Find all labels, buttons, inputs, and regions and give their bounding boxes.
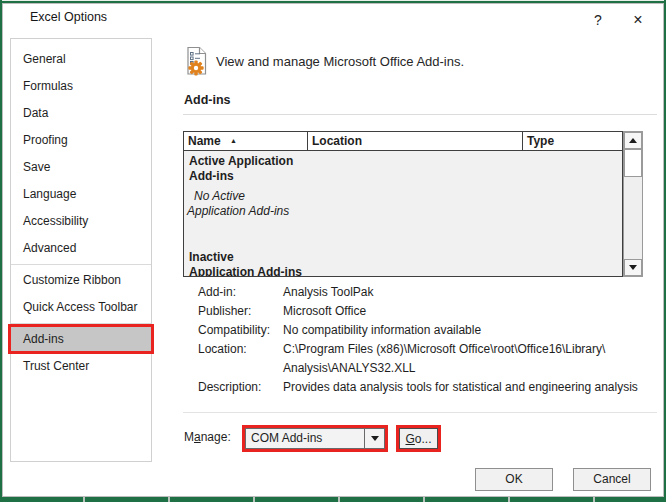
excel-window-left-edge [0, 0, 2, 502]
manage-dropdown[interactable]: COM Add-ins [245, 428, 385, 449]
manage-dropdown-arrow-button[interactable] [364, 429, 384, 448]
detail-value: No compatibility information available [283, 321, 481, 340]
ok-button[interactable]: OK [475, 468, 553, 491]
sidebar-item-add-ins[interactable]: Add-ins [11, 326, 151, 353]
sort-ascending-icon: ▲ [230, 137, 237, 144]
detail-label: Add-in: [198, 283, 283, 302]
cancel-button[interactable]: Cancel [573, 468, 651, 491]
table-scrollbar[interactable] [623, 131, 643, 277]
manage-dropdown-value: COM Add-ins [246, 429, 364, 448]
sidebar-divider [11, 323, 151, 324]
detail-row-location: Location: C:\Program Files (x86)\Microso… [198, 340, 653, 378]
sidebar-item-language[interactable]: Language [11, 181, 151, 208]
table-body: Active Application Add-ins No Active App… [183, 151, 623, 277]
manage-label: Manage: [184, 430, 231, 444]
add-ins-section-title: Add-ins [184, 93, 231, 107]
detail-label: Description: [198, 378, 283, 397]
column-label: Name [188, 134, 221, 148]
go-button-accel: G [405, 432, 414, 446]
sidebar-item-trust-center[interactable]: Trust Center [11, 353, 151, 380]
document-gear-icon [186, 46, 213, 77]
excel-window-bottom-edge [0, 497, 666, 502]
sidebar-item-quick-access-toolbar[interactable]: Quick Access Toolbar [11, 294, 151, 321]
detail-label: Publisher: [198, 302, 283, 321]
scrollbar-thumb[interactable] [624, 149, 642, 177]
column-header-name[interactable]: Name ▲ [183, 131, 308, 151]
manage-label-part: nage: [201, 430, 231, 444]
dialog-title: Excel Options [30, 10, 107, 24]
scroll-up-icon [629, 138, 637, 143]
close-button[interactable]: × [626, 8, 650, 32]
column-header-location[interactable]: Location [308, 131, 523, 151]
table-row-no-active[interactable]: No Active Application Add-ins [187, 189, 311, 219]
section-divider [183, 114, 657, 115]
detail-row-publisher: Publisher: Microsoft Office [198, 302, 653, 321]
annotation-box-manage-dropdown: COM Add-ins [242, 425, 388, 452]
detail-value: Provides data analysis tools for statist… [283, 378, 638, 397]
go-button[interactable]: Go... [399, 428, 438, 449]
table-row-group-inactive[interactable]: Inactive Application Add-ins [189, 250, 311, 277]
table-row-group-active[interactable]: Active Application Add-ins [189, 154, 311, 184]
manage-divider [183, 412, 657, 413]
manage-label-accel: a [194, 430, 201, 444]
sidebar-item-customize-ribbon[interactable]: Customize Ribbon [11, 267, 151, 294]
sidebar-item-general[interactable]: General [11, 46, 151, 73]
sidebar-item-label: Add-ins [23, 332, 64, 346]
options-sidebar: General Formulas Data Proofing Save Lang… [10, 38, 152, 462]
detail-row-addin: Add-in: Analysis ToolPak [198, 283, 653, 302]
excel-options-dialog: Excel Options ? × General Formulas Data … [0, 0, 666, 502]
detail-value: Analysis ToolPak [283, 283, 374, 302]
sidebar-item-advanced[interactable]: Advanced [11, 235, 151, 262]
help-button[interactable]: ? [586, 8, 610, 32]
add-ins-page-icon [186, 46, 213, 80]
sidebar-item-accessibility[interactable]: Accessibility [11, 208, 151, 235]
excel-window-top-edge [0, 0, 666, 3]
scroll-up-button[interactable] [624, 132, 642, 149]
scroll-down-button[interactable] [624, 259, 642, 276]
help-icon: ? [594, 12, 602, 28]
close-icon: × [633, 11, 642, 28]
go-button-label: o... [415, 432, 432, 446]
detail-label: Location: [198, 340, 283, 378]
add-in-details: Add-in: Analysis ToolPak Publisher: Micr… [198, 283, 653, 397]
detail-row-compatibility: Compatibility: No compatibility informat… [198, 321, 653, 340]
page-description: View and manage Microsoft Office Add-ins… [216, 54, 464, 69]
sidebar-item-formulas[interactable]: Formulas [11, 73, 151, 100]
chevron-down-icon [371, 436, 379, 441]
manage-label-part: M [184, 430, 194, 444]
add-ins-table: Name ▲ Location Type Active Application … [183, 131, 643, 277]
scroll-down-icon [629, 265, 637, 270]
detail-label: Compatibility: [198, 321, 283, 340]
detail-value: C:\Program Files (x86)\Microsoft Office\… [283, 340, 605, 378]
table-header: Name ▲ Location Type [183, 131, 623, 151]
sidebar-item-proofing[interactable]: Proofing [11, 127, 151, 154]
sidebar-item-save[interactable]: Save [11, 154, 151, 181]
detail-value: Microsoft Office [283, 302, 366, 321]
annotation-box-go-button: Go... [396, 425, 441, 452]
column-header-type[interactable]: Type [523, 131, 623, 151]
detail-row-description: Description: Provides data analysis tool… [198, 378, 653, 397]
sidebar-divider [11, 264, 151, 265]
sidebar-item-data[interactable]: Data [11, 100, 151, 127]
